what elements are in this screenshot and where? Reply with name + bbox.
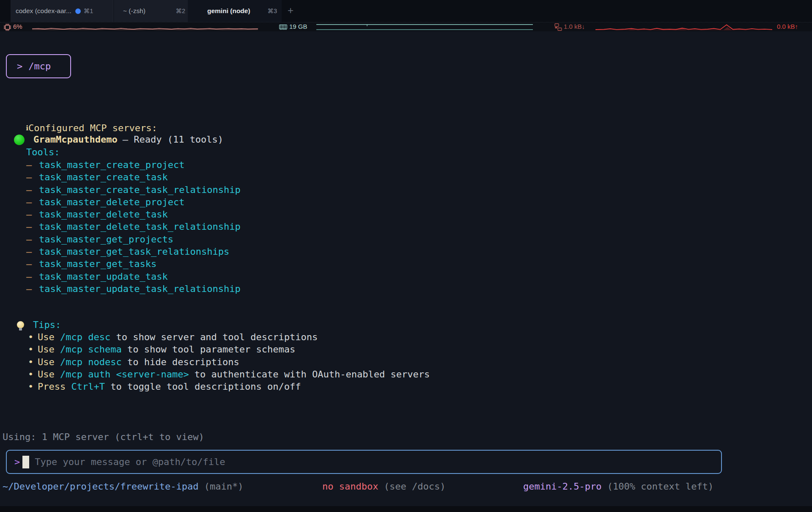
- tab-gemini-active[interactable]: gemini (node) ⌘3: [188, 0, 282, 22]
- working-directory: ~/Developer/projects/freewrite-ipad: [3, 481, 199, 492]
- network-upload-value: 0.0 kB↑: [777, 23, 798, 30]
- memory-usage-value: 19 GB: [289, 23, 307, 30]
- system-stats-bar: 6% 19 GB 1.0 kB↓ 0.0 kB↑: [0, 22, 812, 31]
- tool-list-item: –task_master_create_project: [0, 159, 381, 171]
- command-text: /mcp: [28, 61, 51, 72]
- tip-list-item: •Use /mcp schema to show tool parameter …: [0, 343, 592, 355]
- cpu-sparkline: [32, 24, 258, 31]
- tools-label: Tools:: [26, 146, 60, 159]
- bottom-strip: [0, 506, 812, 512]
- tab-bar: codex (codex-aar... ⌘1 ~ (-zsh) ⌘2 gemin…: [0, 0, 812, 22]
- tool-list-item: –task_master_create_task: [0, 171, 381, 183]
- tab-zsh[interactable]: ~ (-zsh) ⌘2: [114, 0, 188, 22]
- mcp-server-row: GramMcpauthdemo – Ready (11 tools): [0, 133, 381, 146]
- footer-sandbox-group: no sandbox (see /docs): [322, 480, 445, 493]
- cpu-icon: [4, 24, 11, 31]
- footer-path-group: ~/Developer/projects/freewrite-ipad (mai…: [3, 480, 244, 493]
- context-left: (100% context left): [607, 481, 714, 492]
- tool-list-item: –task_master_update_task_relationship: [0, 283, 381, 295]
- tool-list-item: –task_master_delete_task: [0, 208, 381, 220]
- tab-codex[interactable]: codex (codex-aar... ⌘1: [11, 0, 113, 22]
- tip-list-item: •Use /mcp nodesc to hide descriptions: [0, 356, 592, 368]
- terminal-window: codex (codex-aar... ⌘1 ~ (-zsh) ⌘2 gemin…: [0, 0, 812, 512]
- command-echo-box: > /mcp: [6, 54, 71, 78]
- command-prompt: >: [17, 61, 22, 72]
- tab-label: codex (codex-aar...: [16, 7, 71, 15]
- text-cursor: [22, 456, 29, 468]
- message-input[interactable]: > Type your message or @path/to/file: [6, 450, 722, 474]
- sandbox-hint: (see /docs): [384, 481, 446, 492]
- server-name: GramMcpauthdemo: [33, 133, 118, 146]
- tool-list-item: –task_master_delete_task_relationship: [0, 220, 381, 233]
- server-status: – Ready (11 tools): [123, 133, 223, 146]
- footer-model-group: gemini-2.5-pro (100% context left): [523, 480, 713, 493]
- tab-shortcut: ⌘1: [84, 8, 93, 14]
- mcp-header-text: Configured MCP servers:: [28, 123, 157, 133]
- tip-list-item: •Use /mcp auth <server-name> to authenti…: [0, 368, 592, 380]
- tips-label: Tips:: [33, 319, 61, 330]
- tip-list-item: •Press Ctrl+T to toggle tool description…: [0, 380, 592, 393]
- network-sparkline: [595, 23, 772, 31]
- tool-list-item: –task_master_create_task_relationship: [0, 184, 381, 196]
- tab-shortcut: ⌘3: [267, 8, 277, 14]
- git-branch: (main*): [204, 481, 244, 492]
- tool-list-item: –task_master_get_task_relationships: [0, 245, 381, 258]
- mcp-summary-line: Using: 1 MCP server (ctrl+t to view): [3, 431, 204, 443]
- tool-list-item: –task_master_get_tasks: [0, 258, 381, 270]
- lightbulb-icon: [17, 321, 24, 328]
- sandbox-status: no sandbox: [322, 481, 378, 492]
- tips-header: Tips:: [17, 318, 61, 331]
- new-tab-button[interactable]: +: [284, 4, 297, 17]
- network-download-value: 1.0 kB↓: [564, 23, 585, 30]
- activity-dot-icon: [75, 8, 81, 14]
- server-ready-status-icon: [14, 135, 25, 145]
- tab-label: ~ (-zsh): [123, 7, 145, 15]
- model-name: gemini-2.5-pro: [523, 481, 601, 492]
- tool-list-item: –task_master_update_task: [0, 270, 381, 283]
- tool-list-item: –task_master_delete_project: [0, 196, 381, 208]
- memory-icon: [279, 24, 287, 30]
- input-prompt: >: [14, 457, 20, 467]
- network-icon: [554, 23, 562, 31]
- input-placeholder: Type your message or @path/to/file: [35, 457, 225, 467]
- tip-list-item: •Use /mcp desc to show server and tool d…: [0, 331, 592, 343]
- tab-shortcut: ⌘2: [176, 8, 185, 14]
- tips-list: •Use /mcp desc to show server and tool d…: [0, 331, 592, 393]
- tool-list-item: –task_master_get_projects: [0, 233, 381, 245]
- tools-list: –task_master_create_project–task_master_…: [0, 159, 381, 295]
- cpu-usage-value: 6%: [13, 23, 22, 30]
- tab-label: gemini (node): [207, 7, 250, 15]
- memory-sparkline: [316, 23, 533, 31]
